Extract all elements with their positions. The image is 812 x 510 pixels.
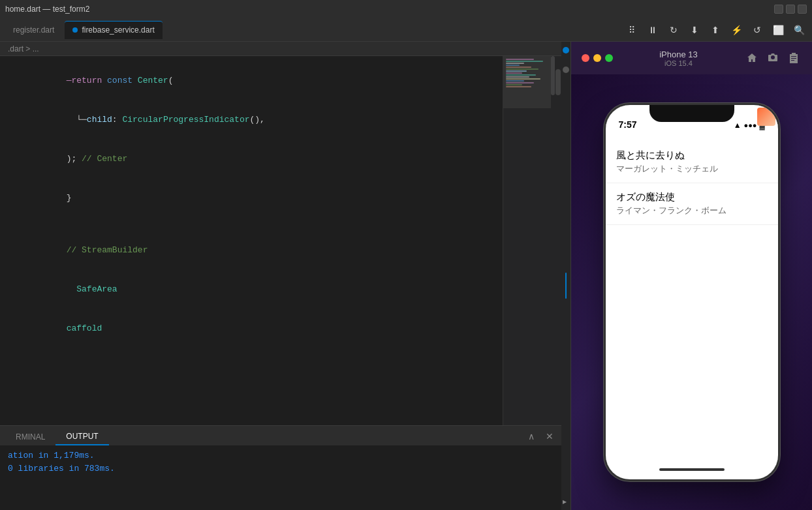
code-line: ); // Center (0, 140, 503, 179)
close-panel-button[interactable]: ✕ (543, 430, 556, 443)
output-content: ation in 1,179ms. 0 libraries in 783ms. (0, 445, 561, 510)
scrollbar-thumb[interactable] (555, 69, 561, 95)
scroll-indicator (565, 273, 567, 299)
breadcrumb: .dart > ... (0, 42, 561, 56)
simulator-header-icons (744, 50, 802, 66)
mini-line (506, 61, 543, 62)
mini-line (506, 63, 524, 64)
grid-icon[interactable]: ⠿ (624, 22, 640, 38)
iphone-home-bar (606, 460, 778, 479)
code-area: —return const Center( └─child: CircularP… (0, 56, 561, 425)
window-controls[interactable] (774, 5, 807, 14)
between-panel: ▶ (561, 42, 570, 510)
between-icon-1 (563, 47, 569, 53)
maximize-button[interactable] (786, 5, 795, 14)
close-button[interactable] (798, 5, 807, 14)
between-icon-2 (563, 67, 569, 73)
iphone-screen[interactable]: 風と共に去りぬ マーガレット・ミッチェル オズの魔法使 ライマン・フランク・ボー… (606, 134, 778, 460)
tab-register[interactable]: register.dart (5, 21, 62, 39)
minimize-dot[interactable] (593, 54, 601, 62)
tab-register-label: register.dart (13, 25, 54, 35)
close-dot[interactable] (582, 54, 589, 62)
mini-line (506, 65, 520, 66)
maximize-dot[interactable] (605, 54, 613, 62)
code-line: caffold (0, 309, 503, 348)
terminal-tab-label: RMINAL (16, 432, 45, 442)
panel-chevron[interactable]: ▶ (563, 498, 569, 505)
output-tab-label: OUTPUT (66, 432, 98, 441)
book-author-1: マーガレット・ミッチェル (616, 163, 768, 175)
book-list-item[interactable]: オズの魔法使 ライマン・フランク・ボーム (606, 183, 778, 225)
wifi-icon: ▲ (734, 121, 742, 130)
step-out-icon[interactable]: ⬆ (708, 22, 723, 38)
undo-icon[interactable]: ↺ (749, 22, 765, 38)
editor-area: .dart > ... —return const Center( └─chil… (0, 42, 561, 510)
corner-badge (757, 108, 775, 126)
iphone-device: 7:57 ▲ ●●● ▓ 風と共に去りぬ マーガレット・ミッチェル オズの魔法使… (604, 103, 780, 481)
code-line: SafeArea (0, 270, 503, 309)
book-title-1: 風と共に去りぬ (616, 149, 768, 162)
code-line: } (0, 179, 503, 218)
minimize-button[interactable] (774, 5, 783, 14)
output-line-2: 0 libraries in 783ms. (8, 462, 554, 475)
code-line (0, 218, 503, 231)
mini-line (506, 67, 531, 68)
stop-icon[interactable]: ⬜ (770, 22, 786, 38)
window-traffic-lights (582, 54, 613, 62)
book-title-2: オズの魔法使 (616, 191, 768, 203)
camera-icon[interactable] (765, 50, 781, 66)
iphone-notch (649, 105, 734, 122)
tab-output[interactable]: OUTPUT (55, 428, 108, 445)
mini-line (506, 86, 531, 87)
step-over-icon[interactable]: ⬇ (687, 22, 702, 38)
mini-line (506, 82, 534, 83)
simulator-panel: iPhone 13 iOS 15.4 (570, 42, 812, 510)
mini-line (506, 70, 527, 72)
toolbar-actions: ⠿ ⏸ ↻ ⬇ ⬆ ⚡ ↺ ⬜ 🔍 (624, 22, 807, 38)
output-line-1: ation in 1,179ms. (8, 449, 554, 462)
bottom-tabs: RMINAL OUTPUT ∧ ✕ (0, 426, 561, 445)
bottom-panel: RMINAL OUTPUT ∧ ✕ ation in 1,179ms. 0 li… (0, 425, 561, 510)
minimap (503, 56, 555, 425)
bottom-tab-controls: ∧ ✕ (525, 430, 556, 445)
pause-icon[interactable]: ⏸ (645, 22, 661, 38)
mini-line (506, 84, 522, 85)
tab-firebase-service[interactable]: firebase_service.dart (65, 21, 162, 39)
toolbar: register.dart firebase_service.dart ⠿ ⏸ … (0, 18, 812, 42)
device-name: iPhone 13 (659, 50, 698, 59)
device-os: iOS 15.4 (659, 59, 698, 67)
simulator-header: iPhone 13 iOS 15.4 (571, 42, 812, 74)
code-line: —return const Center( (0, 61, 503, 100)
code-line: └─child: CircularProgressIndicator(), (0, 100, 503, 140)
breadcrumb-path: .dart > ... (8, 44, 39, 53)
book-author-2: ライマン・フランク・ボーム (616, 205, 768, 217)
tab-firebase-service-label: firebase_service.dart (82, 25, 154, 35)
mini-line (506, 74, 536, 76)
refresh-icon[interactable]: ↻ (666, 22, 681, 38)
mini-line (506, 76, 529, 78)
book-list-item[interactable]: 風と共に去りぬ マーガレット・ミッチェル (606, 142, 778, 183)
vertical-scrollbar[interactable] (555, 56, 561, 425)
device-info: iPhone 13 iOS 15.4 (659, 50, 698, 67)
code-line: // StreamBuilder (0, 231, 503, 270)
iphone-container: 7:57 ▲ ●●● ▓ 風と共に去りぬ マーガレット・ミッチェル オズの魔法使… (571, 74, 812, 510)
code-editor[interactable]: —return const Center( └─child: CircularP… (0, 56, 503, 425)
clipboard-icon[interactable] (786, 50, 802, 66)
mini-line (506, 59, 534, 60)
title-bar: home.dart — test_form2 (0, 0, 812, 18)
tab-terminal[interactable]: RMINAL (5, 428, 55, 445)
lightning-icon[interactable]: ⚡ (728, 22, 744, 38)
mini-line (506, 78, 540, 80)
mini-line (506, 68, 539, 70)
home-bar-line (659, 468, 725, 471)
signal-icon: ●●● (744, 121, 757, 129)
mini-line (506, 80, 524, 82)
home-icon[interactable] (744, 50, 760, 66)
tab-active-indicator (72, 27, 78, 33)
iphone-time: 7:57 (619, 119, 637, 130)
main-layout: .dart > ... —return const Center( └─chil… (0, 42, 812, 510)
window-title: home.dart — test_form2 (5, 5, 89, 14)
collapse-panel-button[interactable]: ∧ (525, 430, 538, 443)
search-icon[interactable]: 🔍 (791, 22, 807, 38)
mini-line (506, 72, 522, 74)
